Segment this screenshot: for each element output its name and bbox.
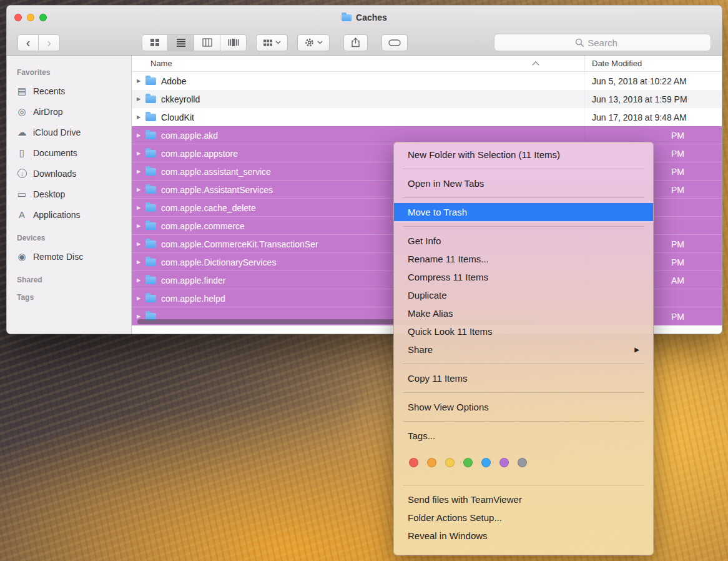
sort-ascending-icon [532, 61, 539, 68]
sidebar-item-recents[interactable]: ▤ Recents [16, 81, 131, 101]
menu-item-show-view-options[interactable]: Show View Options [394, 398, 653, 416]
search-field[interactable] [494, 34, 711, 51]
folder-icon [145, 132, 156, 139]
titlebar[interactable]: Caches [7, 6, 722, 29]
sidebar-item-documents[interactable]: ▯ Documents [16, 142, 131, 163]
sidebar-item-downloads[interactable]: ↓ Downloads [16, 163, 131, 184]
sidebar-section: Devices ◉ Remote Disc [16, 234, 131, 267]
search-input[interactable] [494, 34, 711, 51]
file-name: com.apple.helpd [161, 294, 225, 304]
group-by-button[interactable] [256, 34, 288, 51]
back-button[interactable]: ‹ [17, 34, 39, 51]
menu-separator [403, 226, 644, 227]
tag-color-dot-0[interactable] [409, 458, 418, 467]
chevron-right-icon: › [47, 36, 51, 50]
file-name: com.apple.akd [161, 131, 218, 141]
file-date-modified: Jun 13, 2018 at 1:59 PM [584, 94, 722, 104]
menu-item-get-info[interactable]: Get Info [394, 232, 653, 250]
tag-button[interactable] [381, 34, 408, 51]
sidebar-item-desktop[interactable]: ▭ Desktop [16, 184, 131, 204]
disclosure-triangle-icon[interactable]: ▶ [137, 96, 145, 102]
sidebar-section: Shared [16, 276, 131, 284]
disclosure-triangle-icon[interactable]: ▶ [137, 259, 145, 265]
menu-item-tags[interactable]: Tags... [394, 427, 653, 445]
sidebar-item-icloud-drive[interactable]: ☁ iCloud Drive [16, 122, 131, 142]
table-row[interactable]: ▶ CloudKit Jun 17, 2018 at 9:48 AM [132, 108, 722, 126]
file-name: com.apple.cache_delete [161, 203, 256, 213]
chevron-down-icon [317, 41, 323, 44]
disclosure-triangle-icon[interactable]: ▶ [137, 132, 145, 138]
column-divider[interactable] [584, 56, 585, 71]
disclosure-triangle-icon[interactable]: ▶ [137, 223, 145, 229]
column-header-name[interactable]: Name [150, 59, 172, 68]
disclosure-triangle-icon[interactable]: ▶ [137, 241, 145, 247]
applications-icon: A [16, 209, 28, 220]
file-date-modified: PM [584, 131, 722, 141]
action-menu-button[interactable] [297, 34, 330, 51]
table-row[interactable]: ▶ Adobe Jun 5, 2018 at 10:22 AM [132, 72, 722, 90]
context-menu: New Folder with Selection (11 Items)Open… [393, 142, 654, 555]
toolbar: ‹ › [7, 29, 722, 56]
disclosure-triangle-icon[interactable]: ▶ [137, 114, 145, 120]
folder-icon [145, 204, 156, 212]
tag-color-dot-1[interactable] [427, 458, 436, 467]
desktop-wallpaper: Caches ‹ › [0, 0, 728, 561]
sidebar-item-airdrop[interactable]: ◎ AirDrop [16, 101, 131, 122]
menu-item-folder-actions-setup[interactable]: Folder Actions Setup... [394, 509, 653, 527]
list-view-button[interactable] [168, 34, 194, 51]
file-name: Adobe [161, 76, 186, 86]
menu-item-send-files-with-teamviewer[interactable]: Send files with TeamViewer [394, 490, 653, 509]
chevron-left-icon: ‹ [26, 36, 31, 50]
file-name: ckkeyrolld [161, 94, 200, 104]
tag-color-dot-2[interactable] [445, 458, 455, 467]
downloads-icon: ↓ [17, 169, 27, 178]
menu-item-open-in-new-tabs[interactable]: Open in New Tabs [394, 174, 653, 192]
menu-separator [403, 364, 644, 364]
forward-button[interactable]: › [39, 34, 60, 51]
folder-icon [145, 168, 156, 176]
disclosure-triangle-icon[interactable]: ▶ [137, 151, 145, 156]
disclosure-triangle-icon[interactable]: ▶ [137, 187, 145, 192]
menu-item-copy-11-items[interactable]: Copy 11 Items [394, 369, 653, 387]
sidebar-item-remote-disc[interactable]: ◉ Remote Disc [16, 246, 131, 267]
folder-icon [145, 96, 156, 103]
tag-color-dot-3[interactable] [463, 458, 473, 467]
menu-item-quick-look-11-items[interactable]: Quick Look 11 Items [394, 322, 653, 340]
column-header-date-modified[interactable]: Date Modified [592, 59, 642, 68]
icon-view-button[interactable] [142, 34, 168, 51]
icloud-drive-icon: ☁ [16, 127, 28, 138]
menu-item-share[interactable]: Share▶ [394, 340, 653, 359]
folder-icon [145, 114, 156, 121]
menu-item-make-alias[interactable]: Make Alias [394, 304, 653, 322]
disclosure-triangle-icon[interactable]: ▶ [137, 205, 145, 211]
menu-item-reveal-in-windows[interactable]: Reveal in Windows [394, 527, 653, 545]
tag-color-dot-6[interactable] [518, 458, 527, 467]
window-title: Caches [7, 6, 722, 29]
gallery-view-button[interactable] [220, 34, 247, 51]
disclosure-triangle-icon[interactable]: ▶ [137, 314, 145, 319]
menu-item-duplicate[interactable]: Duplicate [394, 286, 653, 304]
sidebar-section-header: Favorites [17, 68, 131, 77]
menu-item-new-folder-with-selection-11-items[interactable]: New Folder with Selection (11 Items) [394, 146, 653, 164]
folder-icon [145, 277, 156, 284]
sidebar-item-applications[interactable]: A Applications [16, 204, 131, 225]
tag-color-dot-4[interactable] [481, 458, 491, 467]
disclosure-triangle-icon[interactable]: ▶ [137, 295, 145, 301]
disclosure-triangle-icon[interactable]: ▶ [137, 277, 145, 283]
disclosure-triangle-icon[interactable]: ▶ [137, 78, 145, 84]
view-mode-control [142, 34, 247, 51]
disclosure-triangle-icon[interactable]: ▶ [137, 169, 145, 174]
file-name: com.apple.DictionaryServices [161, 257, 276, 267]
menu-item-compress-11-items[interactable]: Compress 11 Items [394, 268, 653, 286]
file-name: CloudKit [161, 112, 194, 122]
share-button[interactable] [343, 34, 368, 51]
column-view-button[interactable] [194, 34, 220, 51]
folder-icon [145, 241, 156, 248]
table-row[interactable]: ▶ ckkeyrolld Jun 13, 2018 at 1:59 PM [132, 90, 722, 108]
menu-separator [403, 169, 644, 169]
grid-view-icon [150, 38, 160, 47]
menu-item-move-to-trash[interactable]: Move to Trash [394, 203, 653, 221]
menu-item-rename-11-items[interactable]: Rename 11 Items... [394, 250, 653, 268]
desktop-icon: ▭ [16, 189, 28, 200]
tag-color-dot-5[interactable] [499, 458, 509, 467]
